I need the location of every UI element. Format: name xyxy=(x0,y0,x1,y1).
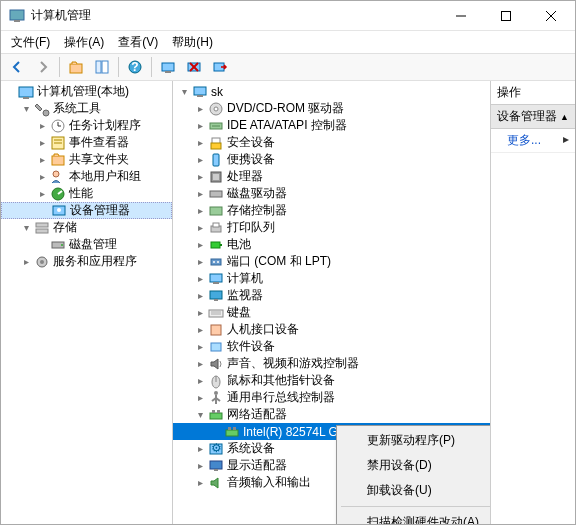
chevron-right-icon[interactable] xyxy=(193,340,207,354)
chevron-right-icon[interactable] xyxy=(35,119,49,133)
menu-view[interactable]: 查看(V) xyxy=(112,32,164,53)
tree-item[interactable]: 系统工具 xyxy=(1,100,172,117)
audio-icon xyxy=(208,356,224,372)
ctx-separator xyxy=(341,506,491,507)
tree-item-label: 存储 xyxy=(53,219,77,236)
chevron-right-icon[interactable] xyxy=(193,442,207,456)
tree-item[interactable]: 计算机管理(本地) xyxy=(1,83,172,100)
chevron-right-icon[interactable] xyxy=(193,187,207,201)
security-icon xyxy=(208,135,224,151)
minimize-button[interactable] xyxy=(438,2,483,30)
console-tree[interactable]: 计算机管理(本地)系统工具任务计划程序事件查看器共享文件夹本地用户和组性能设备管… xyxy=(1,81,173,524)
forward-button[interactable] xyxy=(31,55,55,79)
chevron-right-icon[interactable] xyxy=(193,136,207,150)
close-button[interactable] xyxy=(528,2,573,30)
scan-hardware-button[interactable] xyxy=(156,55,180,79)
menu-help[interactable]: 帮助(H) xyxy=(166,32,219,53)
tree-item[interactable]: 磁盘管理 xyxy=(1,236,172,253)
tree-item[interactable]: 软件设备 xyxy=(173,338,490,355)
disable-button[interactable] xyxy=(208,55,232,79)
tree-item[interactable]: 本地用户和组 xyxy=(1,168,172,185)
tree-item[interactable]: 共享文件夹 xyxy=(1,151,172,168)
device-tree[interactable]: skDVD/CD-ROM 驱动器IDE ATA/ATAPI 控制器安全设备便携设… xyxy=(173,81,491,524)
chevron-right-icon[interactable] xyxy=(19,255,33,269)
tree-item[interactable]: DVD/CD-ROM 驱动器 xyxy=(173,100,490,117)
chevron-right-icon[interactable] xyxy=(193,357,207,371)
ctx-update-driver[interactable]: 更新驱动程序(P) xyxy=(339,428,491,453)
tree-item[interactable]: 事件查看器 xyxy=(1,134,172,151)
tree-item[interactable]: 监视器 xyxy=(173,287,490,304)
tree-item[interactable]: 电池 xyxy=(173,236,490,253)
tree-item[interactable]: 处理器 xyxy=(173,168,490,185)
svg-rect-73 xyxy=(210,413,222,419)
chevron-right-icon[interactable] xyxy=(35,153,49,167)
actions-more[interactable]: 更多... ▸ xyxy=(491,129,575,153)
svg-rect-49 xyxy=(210,191,222,197)
menu-file[interactable]: 文件(F) xyxy=(5,32,56,53)
chevron-down-icon[interactable] xyxy=(193,408,207,422)
chevron-right-icon[interactable] xyxy=(35,187,49,201)
tree-item[interactable]: 任务计划程序 xyxy=(1,117,172,134)
chevron-right-icon[interactable] xyxy=(35,136,49,150)
tree-item[interactable]: 便携设备 xyxy=(173,151,490,168)
chevron-right-icon[interactable] xyxy=(35,170,49,184)
chevron-right-icon[interactable] xyxy=(193,119,207,133)
tree-item[interactable]: 鼠标和其他指针设备 xyxy=(173,372,490,389)
chevron-right-icon[interactable] xyxy=(193,102,207,116)
ctx-uninstall[interactable]: 卸载设备(U) xyxy=(339,478,491,503)
tree-item[interactable]: 声音、视频和游戏控制器 xyxy=(173,355,490,372)
tree-item[interactable]: sk xyxy=(173,83,490,100)
tree-item[interactable]: 磁盘驱动器 xyxy=(173,185,490,202)
chevron-right-icon[interactable] xyxy=(193,289,207,303)
chevron-right-icon[interactable] xyxy=(193,221,207,235)
chevron-right-icon[interactable] xyxy=(193,272,207,286)
ctx-disable[interactable]: 禁用设备(D) xyxy=(339,453,491,478)
svg-rect-48 xyxy=(213,174,219,180)
help-button[interactable]: ? xyxy=(123,55,147,79)
tree-item[interactable]: 性能 xyxy=(1,185,172,202)
tree-item[interactable]: IDE ATA/ATAPI 控制器 xyxy=(173,117,490,134)
chevron-down-icon[interactable] xyxy=(19,102,33,116)
chevron-right-icon[interactable] xyxy=(193,476,207,490)
tree-item[interactable]: 服务和应用程序 xyxy=(1,253,172,270)
show-hide-button[interactable] xyxy=(90,55,114,79)
tree-item[interactable]: 打印队列 xyxy=(173,219,490,236)
tree-item[interactable]: 通用串行总线控制器 xyxy=(173,389,490,406)
chevron-right-icon[interactable] xyxy=(193,170,207,184)
chevron-down-icon[interactable] xyxy=(177,85,191,99)
chevron-right-icon[interactable] xyxy=(193,153,207,167)
actions-section[interactable]: 设备管理器 ▲ xyxy=(491,105,575,129)
chevron-down-icon[interactable] xyxy=(19,221,33,235)
window-title: 计算机管理 xyxy=(31,7,438,24)
chevron-right-icon[interactable] xyxy=(193,391,207,405)
back-button[interactable] xyxy=(5,55,29,79)
tree-item[interactable]: 网络适配器 xyxy=(173,406,490,423)
tree-item[interactable]: 键盘 xyxy=(173,304,490,321)
uninstall-button[interactable] xyxy=(182,55,206,79)
actions-header: 操作 xyxy=(491,81,575,105)
chevron-right-icon[interactable] xyxy=(193,306,207,320)
svg-point-19 xyxy=(43,110,49,116)
tree-item[interactable]: 安全设备 xyxy=(173,134,490,151)
tree-item[interactable]: 设备管理器 xyxy=(1,202,172,219)
tree-item[interactable]: 存储 xyxy=(1,219,172,236)
chevron-right-icon[interactable] xyxy=(193,255,207,269)
menu-action[interactable]: 操作(A) xyxy=(58,32,110,53)
chevron-right-icon[interactable] xyxy=(193,204,207,218)
storage-icon xyxy=(34,220,50,236)
ctx-scan-hardware[interactable]: 扫描检测硬件改动(A) xyxy=(339,510,491,524)
tree-item[interactable]: 人机接口设备 xyxy=(173,321,490,338)
chevron-right-icon[interactable] xyxy=(193,323,207,337)
svg-rect-46 xyxy=(213,154,219,166)
up-button[interactable] xyxy=(64,55,88,79)
chevron-right-icon[interactable] xyxy=(193,374,207,388)
network-icon xyxy=(224,424,240,440)
chevron-right-icon[interactable] xyxy=(193,238,207,252)
maximize-button[interactable] xyxy=(483,2,528,30)
svg-rect-76 xyxy=(226,430,238,436)
chevron-right-icon[interactable] xyxy=(193,459,207,473)
tree-item[interactable]: 计算机 xyxy=(173,270,490,287)
tree-item[interactable]: 端口 (COM 和 LPT) xyxy=(173,253,490,270)
svg-rect-32 xyxy=(36,223,48,227)
tree-item[interactable]: 存储控制器 xyxy=(173,202,490,219)
